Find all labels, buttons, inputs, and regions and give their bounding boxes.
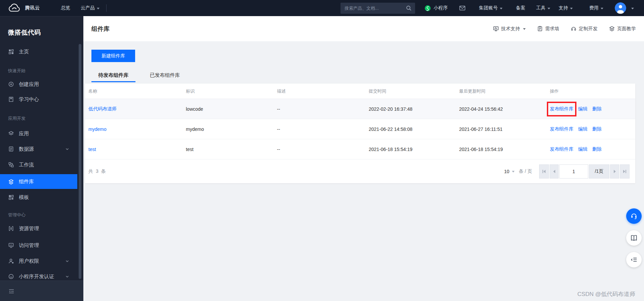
sidebar-item-datasource[interactable]: 数据源 <box>0 142 77 156</box>
library-description: -- <box>277 127 369 132</box>
delete-link[interactable]: 删除 <box>592 126 602 132</box>
library-name-link[interactable]: mydemo <box>88 127 107 132</box>
page-body: 新建组件库 待发布组件库 已发布组件库 名称 标识 描述 提交时间 最后更新时间… <box>83 41 644 301</box>
docs-button[interactable] <box>626 230 642 246</box>
library-submit-time: 2021-06-22 14:58:08 <box>369 127 459 132</box>
menu-icp[interactable]: 备案 <box>516 0 525 16</box>
search-input[interactable] <box>345 6 406 11</box>
badge-circle-icon <box>8 273 14 280</box>
workflow-icon <box>8 162 14 168</box>
avatar-menu-caret[interactable] <box>629 0 634 16</box>
last-page-button[interactable] <box>620 164 630 179</box>
publish-library-link[interactable]: 发布组件库 <box>550 126 573 132</box>
menu-tools[interactable]: 工具 <box>536 0 550 16</box>
publish-library-link[interactable]: 发布组件库 <box>550 106 573 111</box>
customer-service-button[interactable] <box>626 208 642 224</box>
headset-icon <box>571 26 576 32</box>
sidebar-item-templates[interactable]: 模板 <box>0 190 77 205</box>
sidebar-scrollbar[interactable] <box>79 44 81 279</box>
monitor-chart-icon <box>8 242 14 248</box>
library-update-time: 2021-06-27 16:11:51 <box>459 127 550 132</box>
total-count: 共 3 条 <box>88 168 107 174</box>
template-grid-icon <box>8 194 14 200</box>
action-tech-support[interactable]: 技术支持 <box>493 26 526 32</box>
edit-link[interactable]: 编辑 <box>578 146 588 152</box>
pager-controls: /1页 <box>539 164 630 179</box>
avatar[interactable] <box>615 2 626 14</box>
new-component-library-button[interactable]: 新建组件库 <box>91 50 135 62</box>
current-page-input[interactable] <box>559 164 588 179</box>
chevron-down-icon <box>65 274 69 279</box>
table-header: 名称 标识 描述 提交时间 最后更新时间 操作 <box>85 84 635 99</box>
sidebar-item-create-app[interactable]: 创建应用 <box>0 77 77 92</box>
publish-library-link[interactable]: 发布组件库 <box>550 146 573 152</box>
library-identifier: test <box>186 147 277 152</box>
logo-text[interactable]: 腾讯云 <box>25 0 40 16</box>
sidebar-item-resources[interactable]: 资源管理 <box>0 221 77 236</box>
clipboard-icon <box>537 26 543 32</box>
first-page-button[interactable] <box>539 164 549 179</box>
sidebar-collapse-bar[interactable] <box>0 281 83 301</box>
nav-overview[interactable]: 总览 <box>61 0 70 16</box>
mini-program-entry[interactable]: 小程序 <box>425 0 448 16</box>
sidebar-item-component-library[interactable]: 组件库 <box>0 174 77 189</box>
next-page-icon <box>614 170 616 173</box>
first-page-icon <box>542 170 543 173</box>
edit-link[interactable]: 编辑 <box>578 126 588 132</box>
panel-toggle-button[interactable] <box>626 252 642 267</box>
menu-billing[interactable]: 费用 <box>589 0 603 16</box>
tab-published-libraries[interactable]: 已发布组件库 <box>143 69 187 82</box>
collapse-menu-icon <box>8 288 15 295</box>
tab-pending-libraries[interactable]: 待发布组件库 <box>91 69 135 82</box>
chevron-down-icon <box>523 28 526 31</box>
sidebar-item-home[interactable]: 主页 <box>0 44 77 59</box>
action-custom-dev[interactable]: 定制开发 <box>571 26 598 32</box>
page-size-select[interactable]: 10 条 / 页 <box>504 168 532 174</box>
edit-link[interactable]: 编辑 <box>578 106 588 111</box>
prev-page-icon <box>553 170 555 173</box>
tencent-cloud-logo-icon[interactable] <box>7 0 22 16</box>
sidebar-product-title: 微搭低代码 <box>8 28 41 37</box>
last-page-icon <box>623 170 625 173</box>
sidebar: 微搭低代码 主页 快速开始 创建应用 学习中心 应用开发 应用 数据源 工作流 … <box>0 16 83 301</box>
header-actions: 技术支持 需求墙 定制开发 页面教学 <box>493 26 636 32</box>
sidebar-item-user-permissions[interactable]: 用户权限 <box>0 254 77 268</box>
document-icon <box>8 146 14 152</box>
sidebar-item-learning-center[interactable]: 学习中心 <box>0 92 77 107</box>
chevron-down-icon <box>631 8 634 11</box>
nav-cloud-products[interactable]: 云产品 <box>81 0 99 16</box>
library-submit-time: 2022-02-20 16:37:48 <box>369 106 459 112</box>
menu-group-account[interactable]: 集团账号 <box>479 0 502 16</box>
delete-link[interactable]: 删除 <box>592 106 602 111</box>
library-identifier: lowcode <box>186 106 277 112</box>
search-icon[interactable] <box>406 5 412 11</box>
topbar-divider <box>106 4 107 12</box>
next-page-button[interactable] <box>610 164 619 179</box>
page-title: 组件库 <box>91 25 110 33</box>
row-operations: 发布组件库编辑删除 <box>550 106 635 112</box>
col-submit-time: 提交时间 <box>369 88 459 94</box>
mail-icon[interactable] <box>459 0 466 16</box>
chevron-down-icon <box>570 8 573 11</box>
topbar-search[interactable] <box>340 3 415 14</box>
menu-support[interactable]: 支持 <box>559 0 573 16</box>
sidebar-item-access[interactable]: 访问管理 <box>0 238 77 253</box>
action-page-tutorial[interactable]: 页面教学 <box>609 26 636 32</box>
sidebar-item-applications[interactable]: 应用 <box>0 126 77 141</box>
library-description: -- <box>277 106 369 112</box>
col-update-time: 最后更新时间 <box>459 88 550 94</box>
prev-page-button[interactable] <box>550 164 559 179</box>
book-icon <box>8 96 14 102</box>
plus-circle-icon <box>8 81 14 87</box>
csdn-watermark: CSDN @低代码布道师 <box>577 290 635 298</box>
sidebar-item-workflow[interactable]: 工作流 <box>0 157 77 172</box>
topbar: 腾讯云 总览 云产品 小程序 集团账号 备案 工具 支持 费用 <box>0 0 644 16</box>
library-submit-time: 2021-06-18 15:54:19 <box>369 147 459 152</box>
col-name: 名称 <box>88 88 186 94</box>
delete-link[interactable]: 删除 <box>592 146 602 152</box>
component-cube-icon <box>8 179 14 185</box>
action-demand-wall[interactable]: 需求墙 <box>537 26 559 32</box>
library-name-link[interactable]: 低代码布道师 <box>88 106 117 111</box>
chevron-down-icon <box>97 8 99 11</box>
library-name-link[interactable]: test <box>88 147 96 152</box>
